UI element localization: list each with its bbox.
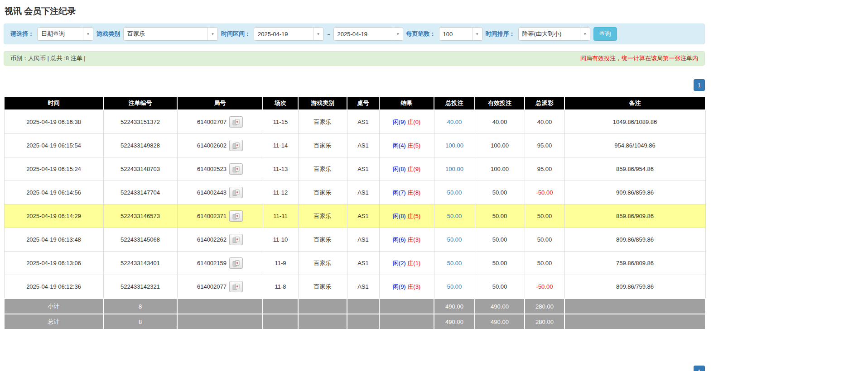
result-player: 闲(2) bbox=[393, 260, 406, 266]
table-row[interactable]: 2025-04-19 06:15:24 522433148703 6140025… bbox=[4, 157, 705, 181]
cell-table: AS1 bbox=[347, 134, 379, 157]
view-round-result-button[interactable] bbox=[229, 116, 243, 128]
time-sort-dropdown[interactable]: 降幂(由大到小) ▼ bbox=[518, 27, 590, 41]
query-type-dropdown[interactable]: 日期查询 ▼ bbox=[37, 27, 93, 41]
cell-session: 11-13 bbox=[263, 157, 298, 181]
cell-result: 闲(2) 庄(1) bbox=[379, 252, 434, 275]
time-sort-value: 降幂(由大到小) bbox=[519, 28, 580, 40]
total-bet-link[interactable]: 50.00 bbox=[447, 283, 462, 290]
search-button[interactable]: 查询 bbox=[593, 27, 617, 41]
result-banker: 庄(5) bbox=[407, 213, 420, 219]
cell-payout: 40.00 bbox=[525, 110, 564, 134]
chevron-down-icon[interactable]: ▼ bbox=[83, 28, 93, 40]
cell-valid-bet: 100.00 bbox=[475, 134, 525, 157]
cell-remark: 859.86/954.86 bbox=[564, 157, 705, 181]
cell-bet-id: 522433145068 bbox=[103, 228, 177, 252]
col-header-table: 桌号 bbox=[347, 96, 379, 110]
date-to-dropdown[interactable]: 2025-04-19 ▼ bbox=[333, 27, 403, 41]
cell-result: 闲(4) 庄(5) bbox=[379, 134, 434, 157]
cell-game: 百家乐 bbox=[298, 205, 347, 228]
cell-round: 614002159 bbox=[177, 252, 263, 275]
total-bet-link[interactable]: 50.00 bbox=[447, 189, 462, 196]
cards-icon bbox=[232, 143, 240, 149]
round-number: 614002159 bbox=[197, 260, 227, 266]
col-header-time: 时间 bbox=[4, 96, 103, 110]
total-bet-link[interactable]: 50.00 bbox=[447, 236, 462, 243]
round-number: 614002707 bbox=[197, 119, 227, 125]
table-row[interactable]: 2025-04-19 06:13:48 522433145068 6140022… bbox=[4, 228, 705, 252]
view-round-result-button[interactable] bbox=[229, 281, 243, 292]
cell-bet-id: 522433148703 bbox=[103, 157, 177, 181]
cell-valid-bet: 50.00 bbox=[475, 252, 525, 275]
table-row[interactable]: 2025-04-19 06:14:29 522433146573 6140023… bbox=[4, 205, 705, 228]
table-row[interactable]: 2025-04-19 06:15:54 522433149828 6140026… bbox=[4, 134, 705, 157]
round-number: 614002262 bbox=[197, 236, 227, 243]
cell-remark: 909.86/859.86 bbox=[564, 181, 705, 205]
result-player: 闲(8) bbox=[393, 213, 406, 219]
view-round-result-button[interactable] bbox=[229, 234, 243, 245]
date-from-value: 2025-04-19 bbox=[254, 28, 313, 40]
cell-time: 2025-04-19 06:15:24 bbox=[4, 157, 103, 181]
cell-game: 百家乐 bbox=[298, 157, 347, 181]
cell-valid-bet: 50.00 bbox=[475, 275, 525, 299]
page: 视讯 会员下注纪录 请选择： 日期查询 ▼ 游戏类别 百家乐 ▼ 时间区间： 2… bbox=[0, 0, 709, 333]
date-to-value: 2025-04-19 bbox=[334, 28, 393, 40]
cell-session: 11-10 bbox=[263, 228, 298, 252]
cell-table: AS1 bbox=[347, 157, 379, 181]
summary-row: 小计 8 490.00 490.00 280.00 bbox=[4, 299, 705, 314]
cell-round: 614002707 bbox=[177, 110, 263, 134]
pagination-bottom-button[interactable]: 1 bbox=[694, 366, 705, 371]
table-row[interactable]: 2025-04-19 06:16:38 522433151372 6140027… bbox=[4, 110, 705, 134]
table-row[interactable]: 2025-04-19 06:14:56 522433147704 6140024… bbox=[4, 181, 705, 205]
total-bet-link[interactable]: 50.00 bbox=[447, 213, 462, 219]
col-header-session: 场次 bbox=[263, 96, 298, 110]
chevron-down-icon[interactable]: ▼ bbox=[393, 28, 403, 40]
total-bet-link[interactable]: 40.00 bbox=[447, 119, 462, 125]
summary-empty-table bbox=[347, 299, 379, 314]
chevron-down-icon[interactable]: ▼ bbox=[472, 28, 482, 40]
summary-empty-session bbox=[263, 299, 298, 314]
cell-total-bet: 50.00 bbox=[434, 275, 475, 299]
total-bet-link[interactable]: 50.00 bbox=[447, 260, 462, 266]
table-row[interactable]: 2025-04-19 06:13:06 522433143401 6140021… bbox=[4, 252, 705, 275]
summary-label: 小计 bbox=[4, 299, 103, 314]
cell-result: 闲(8) 庄(5) bbox=[379, 205, 434, 228]
cell-remark: 809.86/859.86 bbox=[564, 228, 705, 252]
date-from-dropdown[interactable]: 2025-04-19 ▼ bbox=[254, 27, 323, 41]
cell-bet-id: 522433143401 bbox=[103, 252, 177, 275]
cards-icon bbox=[232, 260, 240, 266]
chevron-down-icon[interactable]: ▼ bbox=[207, 28, 217, 40]
view-round-result-button[interactable] bbox=[229, 163, 243, 175]
game-type-label: 游戏类别 bbox=[96, 30, 120, 38]
view-round-result-button[interactable] bbox=[229, 187, 243, 198]
round-number: 614002443 bbox=[197, 189, 227, 196]
col-header-result: 结果 bbox=[379, 96, 434, 110]
cards-icon bbox=[232, 284, 240, 290]
result-banker: 庄(3) bbox=[407, 283, 420, 290]
pagination-top: 1 bbox=[4, 79, 705, 91]
bet-records-table: 时间 注单编号 局号 场次 游戏类别 桌号 结果 总投注 有效投注 总派彩 备注… bbox=[4, 96, 706, 330]
cell-time: 2025-04-19 06:13:06 bbox=[4, 252, 103, 275]
pagination-page-button[interactable]: 1 bbox=[694, 79, 705, 91]
summary-label: 总计 bbox=[4, 314, 103, 329]
per-page-value: 100 bbox=[439, 28, 472, 40]
cell-bet-id: 522433146573 bbox=[103, 205, 177, 228]
total-bet-link[interactable]: 100.00 bbox=[445, 142, 463, 149]
per-page-dropdown[interactable]: 100 ▼ bbox=[439, 27, 482, 41]
summary-empty-round bbox=[177, 314, 263, 329]
total-bet-link[interactable]: 100.00 bbox=[445, 166, 463, 172]
cell-payout: 95.00 bbox=[525, 157, 564, 181]
table-row[interactable]: 2025-04-19 06:12:36 522433142321 6140020… bbox=[4, 275, 705, 299]
cards-icon bbox=[232, 237, 240, 243]
chevron-down-icon[interactable]: ▼ bbox=[313, 28, 323, 40]
game-type-dropdown[interactable]: 百家乐 ▼ bbox=[123, 27, 218, 41]
cell-game: 百家乐 bbox=[298, 110, 347, 134]
chevron-down-icon[interactable]: ▼ bbox=[580, 28, 590, 40]
view-round-result-button[interactable] bbox=[229, 210, 243, 222]
summary-payout: 280.00 bbox=[525, 299, 564, 314]
query-type-value: 日期查询 bbox=[38, 28, 83, 40]
view-round-result-button[interactable] bbox=[229, 257, 243, 269]
date-range-separator: ~ bbox=[327, 31, 330, 38]
cell-result: 闲(6) 庄(3) bbox=[379, 228, 434, 252]
view-round-result-button[interactable] bbox=[229, 140, 243, 151]
